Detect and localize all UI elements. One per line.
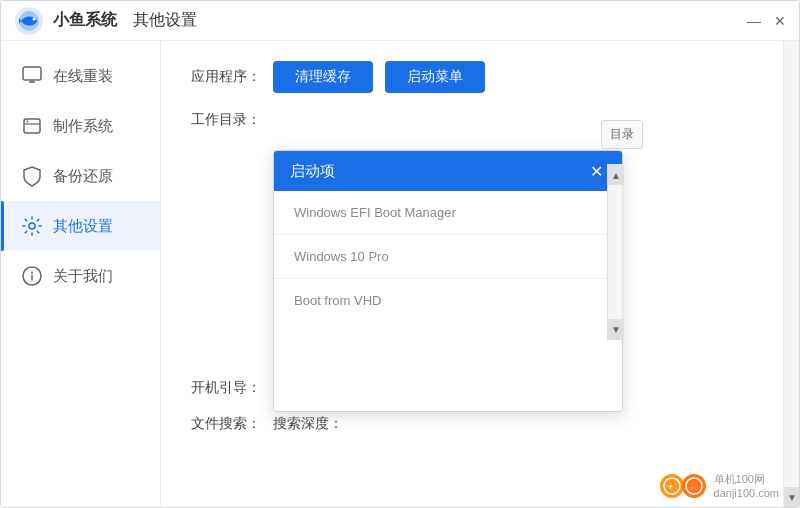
app-logo — [13, 5, 45, 37]
svg-point-2 — [33, 17, 36, 20]
boot-item-win10[interactable]: Windows 10 Pro — [274, 235, 622, 279]
active-indicator — [1, 201, 4, 251]
svg-point-9 — [29, 223, 35, 229]
sidebar-label-make-system: 制作系统 — [53, 117, 113, 136]
sidebar: 在线重装 制作系统 — [1, 41, 161, 507]
app-row: 应用程序： 清理缓存 启动菜单 — [191, 61, 769, 93]
app-label: 应用程序： — [191, 68, 261, 86]
boot-item-efi[interactable]: Windows EFI Boot Manager — [274, 191, 622, 235]
file-search-label: 文件搜索： — [191, 415, 261, 433]
main-window: 小鱼系统 其他设置 — ✕ 在线重装 — [0, 0, 800, 508]
clear-cache-button[interactable]: 清理缓存 — [273, 61, 373, 93]
watermark-logo: + ○○ — [658, 471, 708, 501]
svg-rect-6 — [24, 119, 40, 133]
content-scrollbar: ▼ — [783, 41, 799, 507]
shield-icon — [21, 165, 43, 187]
monitor-icon — [21, 65, 43, 87]
content-area: 应用程序： 清理缓存 启动菜单 工作目录： 目录 启动项 ✕ — [161, 41, 799, 507]
start-menu-button[interactable]: 启动菜单 — [385, 61, 485, 93]
work-dir-label: 工作目录： — [191, 111, 261, 129]
boot-dialog-header: 启动项 ✕ — [274, 151, 622, 191]
sidebar-item-backup-restore[interactable]: 备份还原 — [1, 151, 160, 201]
work-dir-row: 工作目录： 目录 启动项 ✕ Windows EFI Boot Manager … — [191, 111, 769, 129]
scroll-up-button[interactable]: ▲ — [608, 165, 624, 185]
svg-point-12 — [31, 272, 33, 274]
boot-dialog-scrollbar: ▲ ▼ — [607, 164, 623, 340]
window-controls: — ✕ — [747, 14, 787, 28]
sidebar-item-other-settings[interactable]: 其他设置 — [1, 201, 160, 251]
content-scroll-down-button[interactable]: ▼ — [784, 487, 799, 507]
page-title: 其他设置 — [133, 10, 197, 31]
watermark-site1: 单机100网 — [714, 472, 779, 486]
gear-icon — [21, 215, 43, 237]
boot-item-vhd[interactable]: Boot from VHD — [274, 279, 622, 322]
main-layout: 在线重装 制作系统 — [1, 41, 799, 507]
svg-text:+: + — [668, 482, 673, 492]
svg-point-8 — [27, 121, 29, 123]
watermark-site2: danji100.com — [714, 486, 779, 500]
boot-dialog-close-button[interactable]: ✕ — [586, 161, 606, 181]
svg-text:○○: ○○ — [690, 484, 698, 491]
info-icon — [21, 265, 43, 287]
boot-dialog-body: Windows EFI Boot Manager Windows 10 Pro … — [274, 191, 622, 411]
svg-rect-3 — [23, 67, 41, 80]
sidebar-label-about-us: 关于我们 — [53, 267, 113, 286]
sidebar-item-make-system[interactable]: 制作系统 — [1, 101, 160, 151]
sidebar-item-online-reinstall[interactable]: 在线重装 — [1, 51, 160, 101]
title-bar: 小鱼系统 其他设置 — ✕ — [1, 1, 799, 41]
watermark: + ○○ 单机100网 danji100.com — [658, 471, 779, 501]
disk-icon — [21, 115, 43, 137]
minimize-button[interactable]: — — [747, 14, 761, 28]
search-depth-label: 搜索深度： — [273, 415, 343, 433]
app-name: 小鱼系统 — [53, 10, 117, 31]
file-search-row: 文件搜索： 搜索深度： — [191, 415, 769, 433]
watermark-text: 单机100网 danji100.com — [714, 472, 779, 501]
boot-guide-label: 开机引导： — [191, 379, 261, 397]
sidebar-label-backup-restore: 备份还原 — [53, 167, 113, 186]
close-button[interactable]: ✕ — [773, 14, 787, 28]
scroll-down-button[interactable]: ▼ — [608, 319, 624, 339]
dir-browse-button[interactable]: 目录 — [601, 120, 643, 149]
boot-dialog-title: 启动项 — [290, 162, 335, 181]
sidebar-item-about-us[interactable]: 关于我们 — [1, 251, 160, 301]
sidebar-label-other-settings: 其他设置 — [53, 217, 113, 236]
sidebar-label-online-reinstall: 在线重装 — [53, 67, 113, 86]
boot-dialog: 启动项 ✕ Windows EFI Boot Manager Windows 1… — [273, 150, 623, 412]
